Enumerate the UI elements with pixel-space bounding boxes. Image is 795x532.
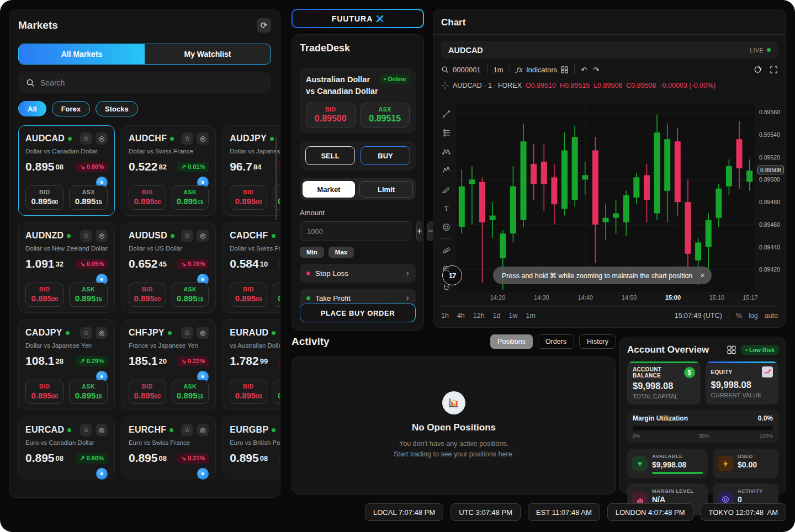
tab-my-watchlist[interactable]: My Watchlist — [145, 44, 271, 64]
filter-stocks[interactable]: Stocks — [96, 101, 138, 116]
filter-forex[interactable]: Forex — [52, 101, 90, 116]
sell-button[interactable]: SELL — [305, 146, 355, 165]
market-card[interactable]: EURAUD ☆ ◎ vs Australian Dollar 1.782 99… — [222, 320, 280, 410]
tab-history[interactable]: History — [579, 334, 616, 349]
log-scale-button[interactable]: log — [749, 312, 758, 320]
symbol-search-button[interactable]: 0000001 — [441, 66, 481, 74]
timeframe-1d[interactable]: 1d — [493, 312, 501, 320]
info-button[interactable]: ◎ — [96, 132, 108, 145]
interval-button[interactable]: 1m — [494, 66, 504, 74]
bid-quote[interactable]: BID 0.89500 — [25, 283, 63, 307]
info-button[interactable]: ◎ — [197, 424, 209, 436]
market-card[interactable]: EURCHF ☆ ◎ Euro vs Swiss France 0.895 08… — [121, 417, 216, 478]
markets-scrollbar[interactable] — [275, 137, 277, 220]
favorite-button[interactable]: ☆ — [80, 327, 92, 339]
amount-increase-button[interactable]: + — [416, 221, 422, 241]
favorite-button[interactable]: ☆ — [80, 230, 92, 242]
ask-quote[interactable]: ASK 0.89515 — [172, 283, 209, 307]
market-card[interactable]: CADCHF ☆ ◎ Dollar vs Swiss France 0.584 … — [222, 222, 280, 313]
toast-close-icon[interactable]: × — [700, 271, 704, 280]
market-card[interactable]: AUDUSD ☆ ◎ Dollar vs US Dollar 0.652 45 … — [121, 222, 216, 313]
snapshot-camera-icon[interactable] — [754, 65, 762, 74]
tradingview-logo[interactable]: 17 — [442, 265, 462, 285]
amount-input[interactable] — [300, 221, 411, 241]
tab-positions[interactable]: Positions — [490, 334, 533, 349]
market-card[interactable]: AUDCHF ☆ ◎ Dollar vs Swiss France 0.522 … — [121, 125, 216, 216]
timeframe-4h[interactable]: 4h — [457, 312, 465, 320]
tradedesk-bid[interactable]: BID 0.89500 — [306, 103, 356, 127]
bid-quote[interactable]: BID 0.89500 — [129, 380, 166, 404]
undo-button[interactable]: ↶ — [581, 66, 587, 74]
timeframe-12h[interactable]: 12h — [473, 312, 485, 320]
market-card[interactable]: CADJPY ☆ ◎ Dollar vs Japanese Yen 108.1 … — [18, 320, 115, 410]
max-button[interactable]: Max — [328, 247, 354, 258]
ask-quote[interactable]: ASX 0.89515 — [69, 185, 107, 210]
bid-quote[interactable]: BID 0.89500 — [230, 283, 267, 307]
elliott-wave-icon[interactable] — [442, 166, 451, 174]
place-order-button[interactable]: PLACE BUY ORDER — [300, 304, 416, 322]
ruler-icon[interactable] — [442, 246, 451, 254]
fullscreen-icon[interactable] — [770, 66, 778, 74]
emoji-tool-icon[interactable] — [442, 223, 451, 231]
market-card[interactable]: AUDCAD ☆ ◎ Dollar vs Canadian Dollar 0.8… — [18, 125, 115, 216]
trend-line-icon[interactable] — [442, 110, 451, 118]
min-button[interactable]: Min — [300, 247, 324, 258]
refresh-button[interactable]: ⟳ — [257, 18, 271, 33]
favorite-button[interactable]: ☆ — [181, 327, 193, 339]
info-button[interactable]: ◎ — [96, 230, 108, 242]
candlestick-chart[interactable] — [457, 103, 755, 292]
instrument-badge-icon[interactable] — [197, 468, 209, 480]
text-tool-icon[interactable]: T — [442, 204, 451, 212]
bid-quote[interactable]: BID 0.89500 — [25, 380, 63, 404]
market-card[interactable]: CHFJPY ☆ ◎ France vs Japanese Yen 185.1 … — [121, 320, 216, 410]
auto-scale-button[interactable]: auto — [765, 312, 778, 320]
info-button[interactable]: ◎ — [197, 327, 209, 339]
percent-scale-button[interactable]: % — [736, 312, 742, 320]
instrument-badge-icon[interactable] — [96, 468, 108, 480]
info-button[interactable]: ◎ — [96, 424, 108, 436]
market-card[interactable]: EURCAD ☆ ◎ Euro vs Canadian Dollar 0.895… — [18, 417, 115, 478]
market-card[interactable]: EURGBP ☆ ◎ Euro vs British Pound 0.895 0… — [222, 417, 280, 478]
info-button[interactable]: ◎ — [96, 327, 108, 339]
ask-quote[interactable]: ASK 0.89515 — [172, 380, 209, 404]
market-card[interactable]: AUDNZD ☆ ◎ Dollar vs New Zeeland Dollar … — [18, 222, 115, 313]
buy-button[interactable]: BUY — [361, 146, 410, 165]
search-bar[interactable] — [18, 72, 271, 93]
ask-quote[interactable]: ASK 0.89515 — [69, 380, 107, 404]
fib-retracement-icon[interactable] — [442, 129, 451, 137]
info-button[interactable]: ◎ — [197, 132, 209, 145]
brand-logo-button[interactable]: FUUTURA — [292, 9, 424, 28]
tab-orders[interactable]: Orders — [538, 334, 574, 349]
market-card[interactable]: AUDJPY ☆ ◎ Dollar vs Japanese Yen 96.7 8… — [222, 125, 280, 216]
bid-quote[interactable]: BID 0.89500 — [129, 283, 166, 307]
ask-quote[interactable]: ASK 0.89515 — [273, 283, 280, 307]
favorite-button[interactable]: ☆ — [80, 424, 92, 436]
order-type-limit[interactable]: Limit — [359, 181, 413, 198]
bid-quote[interactable]: BID 0.89500 — [129, 185, 166, 210]
time-axis[interactable]: 14:2014:3014:4014:5015:0015:1015:17 — [457, 294, 755, 304]
favorite-button[interactable]: ☆ — [181, 424, 193, 436]
search-input[interactable] — [40, 78, 263, 87]
tab-all-markets[interactable]: All Markets — [19, 44, 145, 64]
timeframe-1w[interactable]: 1w — [509, 312, 518, 320]
grid-view-icon[interactable] — [727, 345, 736, 354]
favorite-button[interactable]: ☆ — [181, 132, 193, 145]
tradedesk-ask[interactable]: ASX 0.89515 — [361, 103, 410, 127]
favorite-button[interactable]: ☆ — [80, 132, 92, 145]
timeframe-1h[interactable]: 1h — [441, 312, 449, 320]
order-type-market[interactable]: Market — [303, 181, 355, 198]
indicators-button[interactable]: ƒx Indicators — [516, 66, 569, 74]
ask-quote[interactable]: ASK 0.89515 — [273, 380, 280, 404]
bid-quote[interactable]: BID 0.89500 — [25, 185, 63, 210]
filter-all[interactable]: All — [18, 101, 46, 116]
ask-quote[interactable]: ASK 0.89515 — [172, 185, 209, 210]
xabcd-pattern-icon[interactable] — [442, 147, 451, 156]
info-button[interactable]: ◎ — [197, 230, 209, 242]
timeframe-1m[interactable]: 1m — [526, 312, 536, 320]
bid-quote[interactable]: BID 0.89500 — [230, 380, 267, 404]
redo-button[interactable]: ↷ — [593, 66, 599, 74]
price-axis[interactable]: 0.895600.595400.895200.895000.894800.894… — [757, 103, 785, 292]
stop-loss-row[interactable]: Stop Loss › — [300, 264, 416, 283]
favorite-button[interactable]: ☆ — [181, 230, 193, 242]
brush-icon[interactable] — [442, 185, 451, 193]
